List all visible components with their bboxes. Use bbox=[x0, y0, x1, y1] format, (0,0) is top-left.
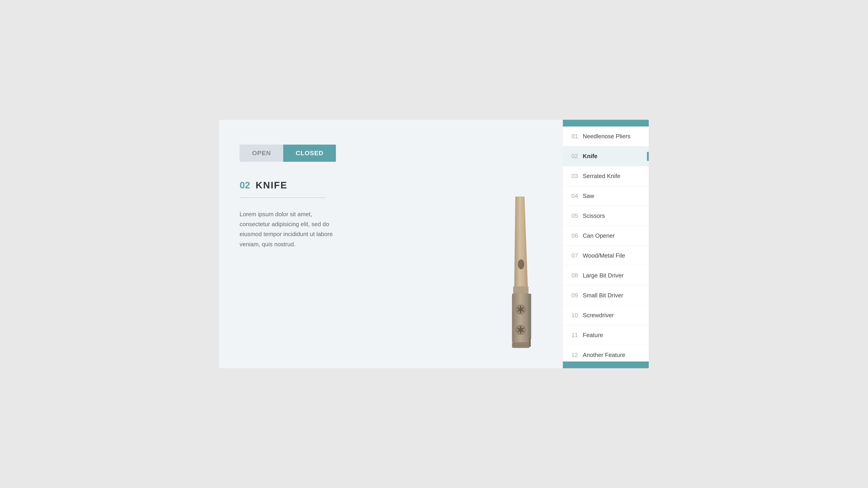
item-title: KNIFE bbox=[256, 180, 287, 191]
sidebar-item-label: Scissors bbox=[583, 213, 605, 219]
sidebar-item-can-opener[interactable]: 06Can Opener bbox=[563, 226, 649, 246]
sidebar-item-num: 05 bbox=[571, 213, 583, 219]
open-button[interactable]: OPEN bbox=[240, 144, 283, 162]
sidebar-item-num: 08 bbox=[571, 272, 583, 279]
svg-rect-14 bbox=[528, 294, 531, 339]
sidebar-item-serrated-knife[interactable]: 03Serrated Knife bbox=[563, 166, 649, 186]
closed-button[interactable]: CLOSED bbox=[283, 144, 336, 162]
sidebar-item-num: 01 bbox=[571, 133, 583, 140]
sidebar-item-small-bit-driver[interactable]: 09Small Bit Driver bbox=[563, 286, 649, 305]
sidebar-item-another-feature[interactable]: 12Another Feature bbox=[563, 345, 649, 361]
sidebar-item-label: Can Opener bbox=[583, 232, 615, 239]
sidebar-item-label: Needlenose Pliers bbox=[583, 133, 630, 140]
sidebar-item-label: Wood/Metal File bbox=[583, 252, 625, 259]
svg-rect-13 bbox=[512, 342, 530, 348]
knife-image bbox=[472, 188, 563, 368]
sidebar-item-num: 04 bbox=[571, 193, 583, 199]
svg-rect-2 bbox=[512, 293, 530, 343]
sidebar-item-label: Knife bbox=[583, 153, 597, 160]
sidebar-footer bbox=[563, 361, 649, 368]
sidebar-header bbox=[563, 120, 649, 127]
sidebar-item-label: Saw bbox=[583, 193, 594, 199]
sidebar: 01Needlenose Pliers02Knife03Serrated Kni… bbox=[563, 120, 649, 368]
item-divider bbox=[240, 197, 326, 198]
sidebar-item-label: Small Bit Driver bbox=[583, 292, 623, 299]
sidebar-item-label: Serrated Knife bbox=[583, 173, 620, 180]
sidebar-item-num: 11 bbox=[571, 332, 583, 339]
sidebar-item-num: 03 bbox=[571, 173, 583, 180]
sidebar-item-num: 02 bbox=[571, 153, 583, 160]
knife-illustration bbox=[493, 197, 542, 368]
svg-point-0 bbox=[518, 259, 524, 269]
sidebar-item-screwdriver[interactable]: 10Screwdriver bbox=[563, 305, 649, 325]
sidebar-item-num: 07 bbox=[571, 252, 583, 259]
sidebar-item-scissors[interactable]: 05Scissors bbox=[563, 206, 649, 226]
sidebar-item-needlenose-pliers[interactable]: 01Needlenose Pliers bbox=[563, 127, 649, 147]
svg-rect-15 bbox=[529, 338, 531, 347]
sidebar-item-label: Screwdriver bbox=[583, 312, 614, 319]
svg-rect-1 bbox=[513, 287, 528, 293]
sidebar-item-num: 12 bbox=[571, 352, 583, 359]
sidebar-item-large-bit-driver[interactable]: 08Large Bit Driver bbox=[563, 266, 649, 286]
sidebar-list: 01Needlenose Pliers02Knife03Serrated Kni… bbox=[563, 127, 649, 361]
sidebar-item-knife[interactable]: 02Knife bbox=[563, 147, 649, 166]
sidebar-item-label: Another Feature bbox=[583, 352, 625, 359]
toggle-buttons: OPEN CLOSED bbox=[240, 144, 542, 162]
sidebar-item-num: 06 bbox=[571, 232, 583, 239]
item-number: 02 bbox=[240, 180, 250, 191]
item-description: Lorem ipsum dolor sit amet, consectetur … bbox=[240, 209, 335, 249]
sidebar-item-wood/metal-file[interactable]: 07Wood/Metal File bbox=[563, 246, 649, 266]
sidebar-item-num: 09 bbox=[571, 292, 583, 299]
sidebar-item-label: Large Bit Driver bbox=[583, 272, 624, 279]
sidebar-item-num: 10 bbox=[571, 312, 583, 319]
sidebar-item-feature[interactable]: 11Feature bbox=[563, 325, 649, 345]
main-container: OPEN CLOSED 02 KNIFE Lorem ipsum dolor s… bbox=[219, 120, 649, 368]
sidebar-item-label: Feature bbox=[583, 332, 603, 339]
content-panel: OPEN CLOSED 02 KNIFE Lorem ipsum dolor s… bbox=[219, 120, 563, 368]
sidebar-item-saw[interactable]: 04Saw bbox=[563, 186, 649, 206]
